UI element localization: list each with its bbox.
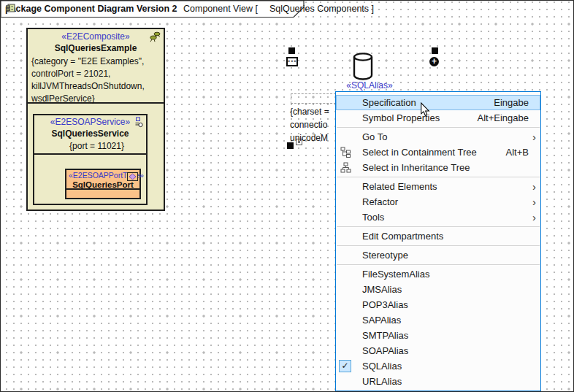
menu-item-edit-compartments[interactable]: Edit Compartments: [336, 228, 540, 244]
submenu-arrow-icon: ›: [530, 180, 536, 194]
composite-property-line: {category = "E2E Examples",: [31, 55, 164, 68]
selection-handle[interactable]: [432, 47, 438, 54]
alias-property-line: {charset =: [290, 105, 329, 118]
menu-item-label: Related Elements: [362, 181, 520, 192]
context-menu: SpecificationEingabeSymbol PropertiesAlt…: [335, 91, 541, 391]
menu-item-label: SMTPAlias: [362, 330, 520, 341]
menu-item-label: Select in Inheritance Tree: [362, 162, 520, 173]
menu-icon-empty: [336, 210, 362, 225]
menu-item-label: Go To: [362, 131, 520, 142]
menu-shortcut: Alt+Eingabe: [478, 112, 530, 123]
menu-item-urlalias[interactable]: URLAlias: [336, 374, 540, 389]
composite-property-line: killJVMThreadsOnShutdown,: [31, 80, 164, 93]
port-header-compartment: «E2ESOAPPortType» SqlQueriesPort: [66, 170, 139, 190]
menu-icon-empty: [336, 282, 362, 297]
menu-item-label: POP3Alias: [362, 299, 520, 310]
menu-item-label: Refactor: [362, 196, 520, 207]
selection-bounds: [291, 93, 336, 104]
menu-icon-empty: [336, 328, 362, 343]
menu-icon-empty: [336, 297, 362, 312]
alias-property-line: connectio: [290, 118, 329, 131]
submenu-arrow-icon: ›: [530, 195, 536, 210]
menu-item-label: Symbol Properties: [362, 112, 469, 123]
menu-item-refactor[interactable]: Refactor›: [336, 194, 540, 210]
menu-item-pop3alias[interactable]: POP3Alias: [336, 297, 540, 312]
database-symbol[interactable]: [352, 53, 374, 83]
menu-icon-empty: [336, 312, 362, 328]
menu-item-related-elements[interactable]: Related Elements›: [336, 179, 540, 194]
menu-item-label: FileSystemAlias: [362, 269, 520, 280]
menu-icon-empty: [336, 266, 362, 282]
frame-kind-label: package Component Diagram Version 2: [5, 4, 177, 14]
menu-item-sapalias[interactable]: SAPAlias: [336, 312, 540, 328]
sqlalias-stereotype-label[interactable]: «SQLAlias»: [333, 80, 406, 91]
composite-name: SqlQueriesExample: [28, 42, 164, 55]
service-tag-value: {port = 11021}: [34, 140, 146, 152]
selection-handle[interactable]: [288, 47, 295, 54]
composite-property-line: wsdlPerService}: [31, 93, 164, 105]
alias-property-line: unicodeM: [290, 131, 329, 145]
menu-icon-empty: [336, 95, 362, 110]
menu-icon-empty: [336, 110, 362, 126]
menu-item-jmsalias[interactable]: JMSAlias: [336, 282, 540, 297]
composite-header-compartment: «E2EComposite» SqlQueriesExample {catego…: [28, 29, 164, 104]
diagram-frame-header: package Component Diagram Version 2 Comp…: [1, 1, 307, 18]
menu-item-go-to[interactable]: Go To›: [336, 129, 540, 145]
menu-icon-empty: [336, 343, 362, 358]
menu-separator: [337, 264, 540, 265]
menu-item-label: SOAPAlias: [362, 345, 520, 356]
menu-item-soapalias[interactable]: SOAPAlias: [336, 343, 540, 358]
menu-icon-empty: [336, 228, 362, 244]
menu-item-label: Stereotype: [362, 250, 520, 261]
soap-service-icon: [134, 117, 144, 131]
menu-separator: [337, 226, 540, 227]
menu-separator: [337, 177, 540, 177]
service-name: SqlQueriesService: [34, 128, 146, 140]
mouse-cursor-icon: [420, 102, 430, 120]
menu-item-sqlalias[interactable]: ✓SQLAlias: [336, 358, 540, 374]
menu-item-select-in-containment-tree[interactable]: Select in Containment TreeAlt+B: [336, 145, 540, 160]
checked-state: ✓: [336, 358, 362, 374]
composite-stereotype: «E2EComposite»: [28, 31, 164, 42]
menu-shortcut: Alt+B: [506, 147, 530, 158]
frame-diagram-name: SqlQueries Components ]: [269, 4, 374, 14]
menu-item-select-in-inheritance-tree[interactable]: Select in Inheritance Tree: [336, 160, 540, 175]
menu-separator: [337, 245, 540, 246]
compartments-manipulator-icon[interactable]: •••: [286, 57, 298, 66]
menu-item-tools[interactable]: Tools›: [336, 210, 540, 225]
menu-item-label: Select in Containment Tree: [362, 147, 497, 158]
menu-shortcut: Eingabe: [494, 97, 530, 108]
menu-item-stereotype[interactable]: Stereotype: [336, 247, 540, 263]
menu-item-label: SQLAlias: [362, 361, 520, 372]
port-type-box[interactable]: «E2ESOAPPortType» SqlQueriesPort: [65, 169, 141, 199]
menu-item-label: URLAlias: [362, 376, 520, 387]
diagram-canvas[interactable]: package Component Diagram Version 2 Comp…: [0, 0, 574, 392]
frame-view-label: Component View [: [183, 4, 258, 14]
menu-item-symbol-properties[interactable]: Symbol PropertiesAlt+Eingabe: [336, 110, 540, 126]
service-stereotype: «E2ESOAPService»: [34, 117, 146, 128]
menu-item-specification[interactable]: SpecificationEingabe: [336, 95, 540, 110]
menu-separator: [337, 127, 540, 128]
composite-property-line: controlPort = 21021,: [31, 68, 164, 80]
menu-icon-empty: [336, 247, 362, 263]
menu-item-label: SAPAlias: [362, 315, 520, 326]
menu-item-label: Edit Compartments: [362, 231, 520, 242]
menu-item-smtpalias[interactable]: SMTPAlias: [336, 328, 540, 343]
e2e-composite-icon: [149, 31, 161, 46]
menu-item-filesystemalias[interactable]: FileSystemAlias: [336, 266, 540, 282]
soap-port-type-icon: [127, 171, 138, 184]
menu-icon-empty: [336, 194, 362, 210]
inheritance-tree-icon: [336, 160, 362, 175]
containment-tree-icon: [336, 145, 362, 160]
submenu-arrow-icon: ›: [530, 210, 536, 225]
alias-properties-text: {charset = connectio unicodeM: [290, 105, 329, 145]
add-element-manipulator-icon[interactable]: +: [429, 57, 439, 66]
menu-icon-empty: [336, 179, 362, 194]
service-header-compartment: «E2ESOAPService» SqlQueriesService {port…: [34, 115, 146, 155]
checkmark-icon: ✓: [339, 360, 351, 372]
menu-icon-empty: [336, 374, 362, 389]
menu-item-label: Tools: [362, 212, 520, 223]
submenu-arrow-icon: ›: [530, 130, 536, 145]
menu-item-label: JMSAlias: [362, 284, 520, 295]
menu-icon-empty: [336, 129, 362, 145]
